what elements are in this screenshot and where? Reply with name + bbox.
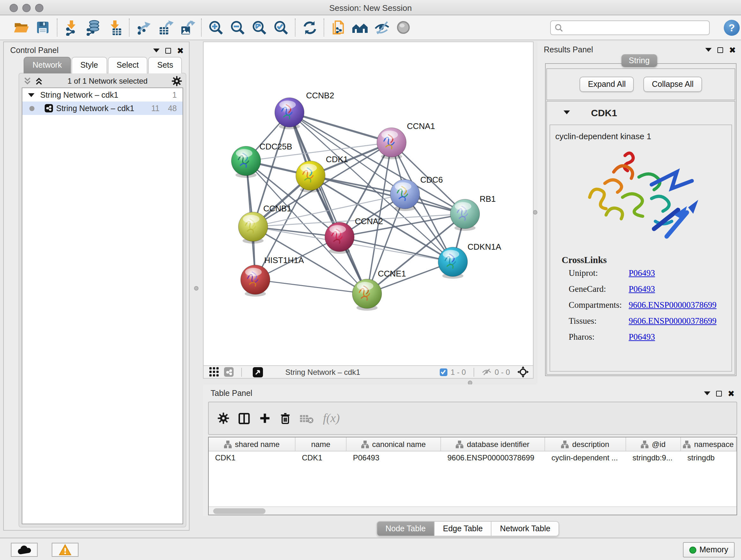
column-header-shared-name[interactable]: shared name xyxy=(209,437,295,451)
column-header-canonical-name[interactable]: canonical name xyxy=(347,437,441,451)
right-splitter-handle[interactable] xyxy=(533,210,537,214)
panel-close-icon[interactable]: ✖ xyxy=(177,48,184,53)
column-header-namespace[interactable]: namespace xyxy=(681,437,737,451)
network-edge-CCNB2-CCNA1[interactable] xyxy=(289,112,392,142)
tab-node-table[interactable]: Node Table xyxy=(377,521,434,537)
home-icon[interactable] xyxy=(349,17,371,38)
birdseye-view-icon[interactable] xyxy=(393,17,414,38)
help-icon[interactable]: ? xyxy=(724,20,740,36)
expand-all-icon[interactable] xyxy=(35,77,44,85)
open-in-window-icon[interactable] xyxy=(253,367,263,377)
open-file-icon[interactable] xyxy=(10,17,32,38)
export-network-icon[interactable] xyxy=(133,17,154,38)
gear-icon[interactable] xyxy=(172,76,182,86)
function-builder-icon[interactable]: f(x) xyxy=(323,411,340,425)
network-node-CDK1[interactable] xyxy=(296,161,325,192)
import-network-from-database-icon[interactable] xyxy=(82,17,104,38)
network-type-icon[interactable] xyxy=(224,367,233,377)
import-table-from-file-icon[interactable] xyxy=(104,17,126,38)
panel-float-icon[interactable] xyxy=(716,390,722,396)
network-node-CCNA1[interactable] xyxy=(377,128,406,159)
panel-float-icon[interactable] xyxy=(718,47,723,53)
panel-menu-icon[interactable] xyxy=(153,49,159,52)
zoom-out-icon[interactable] xyxy=(226,17,248,38)
import-network-from-file-icon[interactable] xyxy=(61,17,82,38)
crosslink-link[interactable]: 9606.ENSP00000378699 xyxy=(629,316,717,326)
crosslink-link[interactable]: 9606.ENSP00000378699 xyxy=(629,300,717,310)
network-canvas[interactable]: CCNB2CCNA1CDC25BCDK1CDC6RB1CCNB1CCNA2CDK… xyxy=(204,42,533,365)
expand-all-button[interactable]: Expand All xyxy=(580,77,634,92)
hide-graphics-details-icon[interactable] xyxy=(371,17,393,38)
tree-expand-icon[interactable] xyxy=(28,93,35,97)
network-node-HIST1H1A[interactable] xyxy=(241,265,270,297)
column-header-database-identifier[interactable]: database identifier xyxy=(441,437,545,451)
tab-network[interactable]: Network xyxy=(23,57,71,73)
save-session-icon[interactable] xyxy=(32,17,54,38)
panel-menu-icon[interactable] xyxy=(704,391,711,395)
network-row-selected[interactable]: String Network – cdk1 11 48 xyxy=(22,102,183,115)
network-edge-HIST1H1A-CCNE1[interactable] xyxy=(255,280,367,294)
birdseye-toggle-icon[interactable] xyxy=(517,366,529,378)
table-cell[interactable]: cyclin-dependent ... xyxy=(545,451,626,465)
table-cell[interactable]: stringdb:9... xyxy=(626,451,681,465)
export-image-icon[interactable] xyxy=(176,17,198,38)
grid-view-icon[interactable] xyxy=(209,367,219,377)
network-node-CDC25B[interactable] xyxy=(231,146,261,178)
title-bar: Session: New Session xyxy=(0,0,741,15)
table-cell[interactable]: CDK1 xyxy=(209,451,295,465)
show-columns-icon[interactable] xyxy=(238,412,250,424)
add-column-icon[interactable] xyxy=(259,413,271,424)
gene-collapse-icon[interactable] xyxy=(563,111,570,114)
share-document-icon[interactable] xyxy=(327,17,349,38)
left-splitter-handle[interactable] xyxy=(194,286,199,291)
export-table-icon[interactable] xyxy=(154,17,176,38)
table-gear-icon[interactable] xyxy=(218,413,229,424)
network-node-CDKN1A[interactable] xyxy=(438,247,468,279)
crosslink-link[interactable]: P06493 xyxy=(629,332,655,342)
tab-style[interactable]: Style xyxy=(71,57,107,73)
tab-sets[interactable]: Sets xyxy=(148,57,182,73)
cloud-status-button[interactable] xyxy=(11,543,38,557)
network-node-CCNB1[interactable] xyxy=(239,212,268,244)
panel-close-icon[interactable]: ✖ xyxy=(728,390,735,396)
panel-menu-icon[interactable] xyxy=(705,48,712,52)
panel-float-icon[interactable] xyxy=(165,48,171,53)
delete-table-icon[interactable] xyxy=(300,414,314,423)
selected-nodes-checkbox-icon[interactable] xyxy=(440,368,448,376)
network-node-CCNE1[interactable] xyxy=(352,279,382,311)
table-cell[interactable]: 9606.ENSP00000378699 xyxy=(441,451,545,465)
delete-column-icon[interactable] xyxy=(280,412,291,424)
table-horizontal-scrollbar[interactable] xyxy=(209,506,737,515)
network-collection-row[interactable]: String Network – cdk1 1 xyxy=(22,88,183,102)
application-window: Session: New Session xyxy=(0,0,741,560)
network-node-RB1[interactable] xyxy=(450,199,480,231)
collapse-all-button[interactable]: Collapse All xyxy=(644,77,702,92)
tab-select[interactable]: Select xyxy=(108,57,148,73)
column-header--id[interactable]: @id xyxy=(626,437,681,451)
network-edge-CCNA2-CDKN1A[interactable] xyxy=(340,237,453,262)
zoom-in-icon[interactable] xyxy=(205,17,226,38)
collapse-all-icon[interactable] xyxy=(23,77,32,85)
warnings-button[interactable] xyxy=(52,543,78,557)
table-cell[interactable]: stringdb xyxy=(681,451,737,465)
column-header-name[interactable]: name xyxy=(295,437,347,451)
zoom-selected-icon[interactable] xyxy=(270,17,292,38)
column-header-description[interactable]: description xyxy=(545,437,626,451)
tab-network-table[interactable]: Network Table xyxy=(492,521,559,537)
panel-close-icon[interactable]: ✖ xyxy=(729,47,736,53)
network-node-CDC6[interactable] xyxy=(390,179,420,211)
crosslink-link[interactable]: P06493 xyxy=(629,268,655,278)
zoom-fit-icon[interactable] xyxy=(248,17,270,38)
network-status-dot xyxy=(29,106,35,111)
table-cell[interactable]: P06493 xyxy=(347,451,441,465)
refresh-icon[interactable] xyxy=(299,17,320,38)
crosslink-link[interactable]: P06493 xyxy=(629,284,655,294)
network-node-CCNA2[interactable] xyxy=(325,222,354,254)
table-row[interactable]: CDK1CDK1P064939606.ENSP00000378699cyclin… xyxy=(209,451,737,465)
tab-string[interactable]: String xyxy=(621,54,657,67)
tab-edge-table[interactable]: Edge Table xyxy=(434,521,492,537)
memory-button[interactable]: Memory xyxy=(683,542,735,557)
scrollbar-thumb[interactable] xyxy=(213,508,266,514)
search-input[interactable] xyxy=(565,23,709,32)
table-cell[interactable]: CDK1 xyxy=(295,451,347,465)
